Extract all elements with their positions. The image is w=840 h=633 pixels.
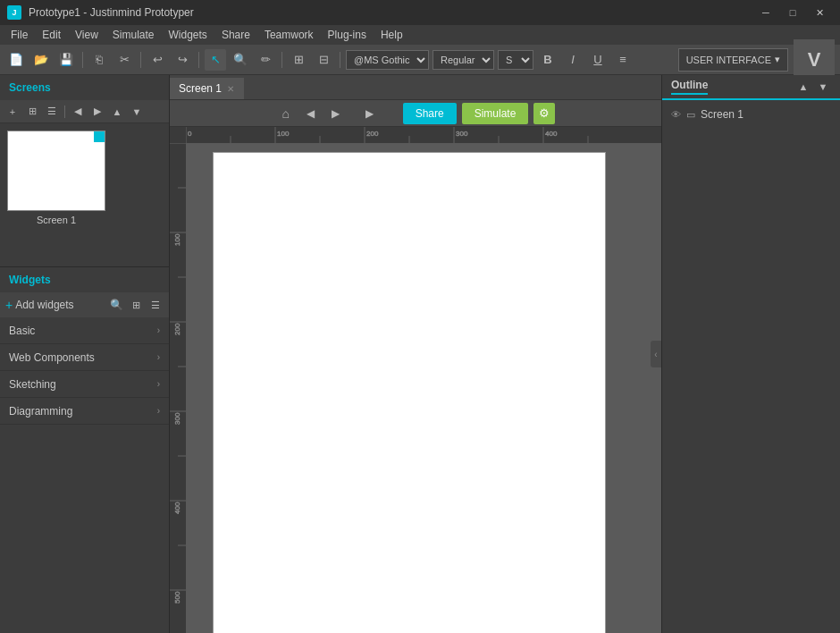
menu-view[interactable]: View [68, 27, 105, 43]
menu-file[interactable]: File [4, 27, 35, 43]
nav-back-button[interactable]: ◀ [301, 104, 321, 123]
canvas-drawing-area[interactable] [186, 143, 661, 633]
nav-forward-button[interactable]: ▶ [326, 104, 346, 123]
redo-button[interactable]: ↪ [172, 49, 193, 71]
screen-thumbnail[interactable]: Screen 1 [7, 131, 105, 259]
widget-category-sketching-label: Sketching [9, 378, 56, 391]
screen-prev-button[interactable]: ◀ [69, 103, 87, 121]
menu-edit[interactable]: Edit [35, 27, 68, 43]
toolbar-separator-4 [281, 52, 282, 68]
widget-list-button[interactable]: ☰ [147, 297, 164, 313]
plus-icon: + [5, 298, 13, 312]
outline-item-screen1[interactable]: 👁 ▭ Screen 1 [668, 106, 835, 123]
canvas-tab-close-button[interactable]: ✕ [227, 84, 234, 94]
widget-category-basic-label: Basic [9, 325, 35, 337]
add-screen-button[interactable]: + [4, 103, 21, 121]
cut-button[interactable]: ✂ [113, 49, 135, 71]
menu-widgets[interactable]: Widgets [162, 27, 214, 43]
menu-help[interactable]: Help [374, 27, 410, 43]
share-button[interactable]: Share [403, 103, 457, 124]
screens-toolbar: + ⊞ ☰ ◀ ▶ ▲ ▼ [0, 100, 169, 123]
title-bar: J Prototype1 - Justinmind Prototyper ─ □… [0, 0, 840, 25]
menu-plugins[interactable]: Plug-ins [321, 27, 374, 43]
user-interface-button[interactable]: USER INTERFACE ▾ [678, 48, 788, 72]
minimize-button[interactable]: ─ [752, 0, 779, 25]
canvas-tab-screen1[interactable]: Screen 1 ✕ [170, 78, 244, 99]
new-button[interactable]: 📄 [5, 49, 27, 71]
draw-tool[interactable]: ✏ [255, 49, 276, 71]
ruler-vertical: 100 200 300 400 [170, 143, 186, 633]
font-size-select[interactable]: S [498, 50, 533, 70]
widgets-panel-header: Widgets [0, 267, 169, 292]
toolbar-separator-5 [340, 52, 340, 68]
widget-grid-button[interactable]: ⊞ [128, 297, 144, 313]
ruler-horizontal: 0 100 200 300 [186, 127, 661, 143]
svg-rect-16 [170, 143, 186, 633]
screens-panel-header: Screens [0, 75, 169, 100]
outline-up-button[interactable]: ▲ [795, 79, 811, 95]
align-button[interactable]: ≡ [612, 49, 634, 71]
copy-button[interactable]: ⎗ [88, 49, 110, 71]
user-interface-label: USER INTERFACE [686, 55, 771, 65]
widget-category-diagramming-label: Diagramming [9, 405, 72, 418]
svg-text:400: 400 [545, 130, 558, 138]
menu-share[interactable]: Share [214, 27, 257, 43]
zoom-tool[interactable]: 🔍 [230, 49, 251, 71]
outline-down-button[interactable]: ▼ [815, 79, 831, 95]
select-tool[interactable]: ↖ [205, 49, 226, 71]
bold-button[interactable]: B [537, 49, 559, 71]
undo-button[interactable]: ↩ [147, 49, 168, 71]
svg-text:300: 300 [173, 412, 181, 425]
screen-next-button[interactable]: ▶ [88, 103, 106, 121]
simulate-button[interactable]: Simulate [462, 103, 529, 124]
screens-panel-title: Screens [9, 81, 51, 94]
italic-button[interactable]: I [562, 49, 584, 71]
app-icon: J [7, 5, 21, 20]
nav-arrow-right-button[interactable]: ▶ [360, 104, 380, 123]
screens-panel: Screens + ⊞ ☰ ◀ ▶ ▲ ▼ Screen 1 [0, 75, 169, 266]
outline-content: 👁 ▭ Screen 1 [662, 100, 840, 633]
list-view-button[interactable]: ☰ [43, 103, 61, 121]
screen-down-button[interactable]: ▼ [128, 103, 146, 121]
title-text: Prototype1 - Justinmind Prototyper [29, 6, 745, 19]
widget-category-diagramming[interactable]: Diagramming › [0, 398, 169, 425]
chevron-down-icon: ▾ [775, 54, 780, 65]
thumbnail-view-button[interactable]: ⊞ [23, 103, 41, 121]
remove-shape-button[interactable]: ⊟ [313, 49, 334, 71]
menu-simulate[interactable]: Simulate [105, 27, 162, 43]
maximize-button[interactable]: □ [779, 0, 806, 25]
add-shape-button[interactable]: ⊞ [288, 49, 309, 71]
screen-icon: ▭ [686, 109, 695, 121]
svg-text:400: 400 [173, 502, 181, 514]
visibility-icon[interactable]: 👁 [671, 109, 681, 120]
widget-search-button[interactable]: 🔍 [108, 297, 124, 313]
widget-category-sketching[interactable]: Sketching › [0, 371, 169, 398]
menu-teamwork[interactable]: Teamwork [257, 27, 321, 43]
center-area: Screen 1 ✕ ⌂ ◀ ▶ ▶ Share Simulate ⚙ [170, 75, 661, 633]
font-family-select[interactable]: @MS Gothic [346, 50, 429, 70]
svg-text:200: 200 [366, 130, 379, 138]
outline-toolbar: ▲ ▼ [795, 79, 831, 95]
canvas-toolbar: ⌂ ◀ ▶ ▶ Share Simulate ⚙ [170, 100, 661, 127]
close-button[interactable]: ✕ [806, 0, 833, 25]
simulate-settings-button[interactable]: ⚙ [533, 103, 555, 124]
chevron-right-icon-4: › [157, 406, 160, 416]
avatar[interactable]: V [794, 39, 835, 80]
save-button[interactable]: 💾 [55, 49, 77, 71]
underline-button[interactable]: U [587, 49, 609, 71]
add-widgets-button[interactable]: + Add widgets [5, 298, 74, 312]
toolbar-separator-2 [140, 52, 141, 68]
screen-thumbnail-image [7, 131, 105, 211]
widget-category-web[interactable]: Web Components › [0, 344, 169, 371]
home-button[interactable]: ⌂ [276, 104, 296, 123]
right-sidebar-collapse-button[interactable]: ‹ [651, 341, 661, 367]
svg-text:500: 500 [173, 591, 181, 603]
screen-up-button[interactable]: ▲ [108, 103, 126, 121]
widgets-panel-title: Widgets [9, 274, 51, 286]
canvas-tab-label: Screen 1 [179, 82, 222, 95]
font-style-select[interactable]: Regular [433, 50, 494, 70]
open-button[interactable]: 📂 [30, 49, 52, 71]
svg-text:300: 300 [456, 130, 468, 138]
widget-category-basic[interactable]: Basic › [0, 317, 169, 344]
ruler-v-svg: 100 200 300 400 [170, 143, 186, 633]
